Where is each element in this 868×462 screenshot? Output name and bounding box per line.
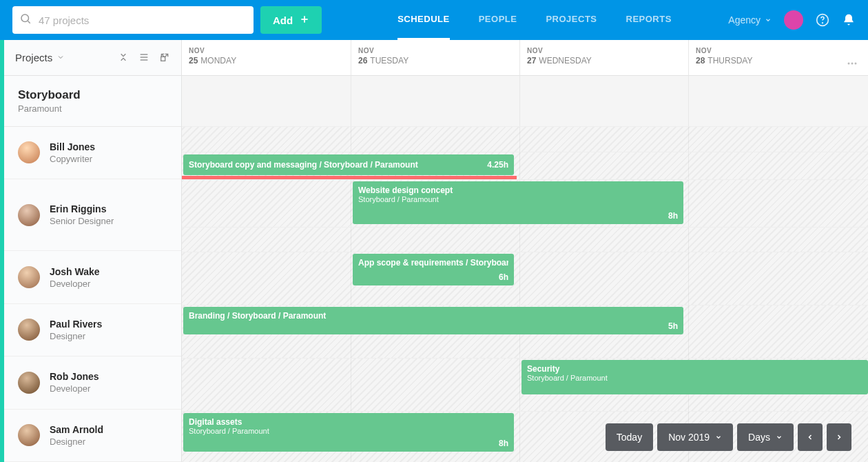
- task-title: Storyboard copy and messaging / Storyboa…: [189, 160, 418, 170]
- task-hours: 4.25h: [487, 160, 508, 170]
- timeline-controls: Today Nov 2019 Days: [606, 423, 851, 451]
- sidebar: Projects Storyboard Paramount Bill Jon: [4, 40, 182, 462]
- task-bar[interactable]: Storyboard copy and messaging / Storyboa…: [183, 154, 514, 175]
- timeline-row[interactable]: App scope & requirements / Storyboard / …: [182, 252, 868, 305]
- chevron-down-icon: [776, 434, 783, 441]
- app-header: Add SCHEDULE PEOPLE PROJECTS REPORTS Age…: [0, 0, 868, 40]
- view-picker[interactable]: Days: [737, 423, 794, 451]
- more-icon[interactable]: [847, 55, 857, 68]
- svg-point-5: [823, 23, 823, 23]
- avatar: [18, 204, 40, 226]
- task-bar[interactable]: Branding / Storyboard / Paramount 5h: [183, 307, 683, 334]
- list-icon[interactable]: [138, 52, 149, 63]
- person-row[interactable]: Bill Jones Copywriter: [4, 127, 181, 179]
- task-hours: 8h: [668, 211, 678, 221]
- svg-point-12: [855, 63, 857, 65]
- chevron-right-icon: [835, 433, 843, 441]
- day-num: 27: [527, 56, 536, 66]
- day-header[interactable]: NOV 28THURSDAY: [689, 40, 868, 75]
- person-role: Senior Designer: [50, 216, 114, 226]
- chevron-left-icon: [806, 433, 814, 441]
- person-name: Josh Wake: [50, 266, 100, 277]
- day-num: 26: [358, 56, 367, 66]
- task-bar[interactable]: App scope & requirements / Storyboard / …: [353, 254, 514, 285]
- day-header[interactable]: NOV 25MONDAY: [182, 40, 351, 75]
- svg-point-0: [21, 14, 29, 22]
- person-row[interactable]: Josh Wake Developer: [4, 251, 181, 303]
- month-label: NOV: [527, 47, 681, 54]
- task-bar[interactable]: Digital assets Storyboard / Paramount 8h: [183, 413, 514, 452]
- person-row[interactable]: Sam Arnold Designer: [4, 410, 181, 462]
- person-row[interactable]: Erin Riggins Senior Designer: [4, 179, 181, 251]
- main: Projects Storyboard Paramount Bill Jon: [0, 40, 868, 462]
- nav-people[interactable]: PEOPLE: [479, 0, 517, 40]
- person-role: Designer: [50, 331, 102, 341]
- task-hours: 8h: [499, 439, 508, 448]
- task-title: Security: [527, 364, 862, 374]
- day-header[interactable]: NOV 26TUESDAY: [351, 40, 520, 75]
- svg-line-1: [28, 21, 30, 23]
- task-title: App scope & requirements / Storyboard / …: [358, 258, 508, 268]
- nav: SCHEDULE PEOPLE PROJECTS REPORTS: [397, 0, 672, 40]
- avatar: [18, 319, 40, 341]
- sidebar-top: Projects: [4, 40, 181, 76]
- next-button[interactable]: [827, 423, 851, 451]
- day-dow: WEDNESDAY: [539, 56, 591, 66]
- nav-projects[interactable]: PROJECTS: [546, 0, 597, 40]
- avatar: [18, 266, 40, 288]
- task-title: Digital assets: [189, 417, 508, 427]
- external-link-icon[interactable]: [159, 52, 170, 63]
- timeline-row[interactable]: Security Storyboard / Paramount: [182, 359, 868, 412]
- workspace-switch[interactable]: Agency: [728, 14, 772, 26]
- person-name: Bill Jones: [50, 141, 95, 152]
- day-num: 28: [696, 56, 705, 66]
- search-box[interactable]: [12, 6, 254, 34]
- project-client: Paramount: [18, 103, 167, 114]
- chevron-down-icon[interactable]: [56, 53, 65, 61]
- add-button-label: Add: [273, 14, 293, 26]
- task-subtitle: Storyboard / Paramount: [358, 195, 678, 203]
- avatar: [18, 424, 40, 446]
- person-row[interactable]: Rob Jones Developer: [4, 356, 181, 409]
- add-button[interactable]: Add: [260, 6, 322, 34]
- timeline-row[interactable]: Storyboard copy and messaging / Storyboa…: [182, 127, 868, 180]
- person-name: Sam Arnold: [50, 424, 103, 435]
- avatar: [18, 372, 40, 394]
- person-role: Developer: [50, 279, 100, 289]
- search-input[interactable]: [32, 14, 247, 26]
- nav-schedule[interactable]: SCHEDULE: [397, 0, 450, 40]
- task-title: Website design concept: [358, 185, 678, 195]
- timeline-body[interactable]: Storyboard copy and messaging / Storyboa…: [182, 76, 868, 462]
- svg-point-10: [848, 63, 850, 65]
- timeline: NOV 25MONDAY NOV 26TUESDAY NOV 27WEDNESD…: [182, 40, 868, 462]
- timeline-header: NOV 25MONDAY NOV 26TUESDAY NOV 27WEDNESD…: [182, 40, 868, 76]
- today-button[interactable]: Today: [606, 423, 653, 451]
- timeline-row[interactable]: Branding / Storyboard / Paramount 5h: [182, 305, 868, 359]
- person-name: Rob Jones: [50, 371, 99, 382]
- chevron-down-icon: [715, 434, 722, 441]
- user-avatar[interactable]: [784, 10, 803, 30]
- period-picker[interactable]: Nov 2019: [657, 423, 733, 451]
- nav-reports[interactable]: REPORTS: [626, 0, 672, 40]
- prev-button[interactable]: [798, 423, 823, 451]
- task-bar[interactable]: Security Storyboard / Paramount: [521, 360, 868, 394]
- person-row[interactable]: Paul Rivers Designer: [4, 304, 181, 356]
- task-hours: 6h: [499, 272, 508, 282]
- person-name: Paul Rivers: [50, 319, 102, 330]
- day-num: 25: [189, 56, 198, 66]
- task-hours: 5h: [668, 321, 678, 331]
- collapse-icon[interactable]: [118, 52, 129, 63]
- person-role: Designer: [50, 436, 103, 447]
- timeline-row[interactable]: Website design concept Storyboard / Para…: [182, 180, 868, 252]
- help-icon[interactable]: [816, 13, 829, 27]
- grouping-label[interactable]: Projects: [15, 52, 52, 63]
- day-header[interactable]: NOV 27WEDNESDAY: [520, 40, 689, 75]
- project-name: Storyboard: [18, 88, 167, 102]
- bell-icon[interactable]: [842, 13, 856, 27]
- day-dow: MONDAY: [200, 56, 236, 66]
- task-title: Branding / Storyboard / Paramount: [189, 311, 678, 321]
- header-right: Agency: [728, 10, 856, 30]
- svg-point-11: [851, 63, 854, 65]
- month-label: NOV: [696, 47, 861, 54]
- task-bar[interactable]: Website design concept Storyboard / Para…: [353, 181, 683, 224]
